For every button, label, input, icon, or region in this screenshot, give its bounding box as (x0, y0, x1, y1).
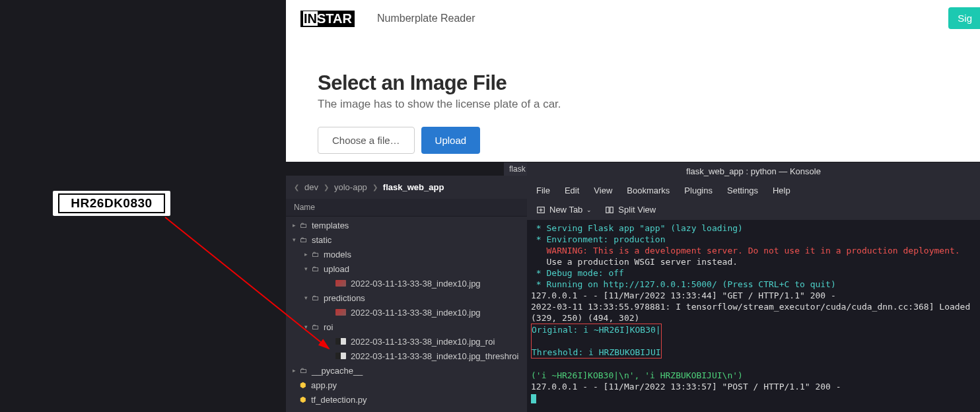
breadcrumb-seg[interactable]: dev (304, 182, 318, 192)
menu-item-file[interactable]: File (536, 186, 550, 195)
python-file-icon: ⬢ (300, 395, 306, 404)
chevron-right-icon: ❯ (372, 184, 378, 191)
folder-icon: 🗀 (300, 221, 307, 229)
tree-item-label: roi (324, 322, 333, 332)
term-line: 127.0.0.1 - - [11/Mar/2022 13:33:57] "PO… (531, 381, 976, 392)
term-line: * Environment: production (531, 234, 976, 245)
webapp-header: INSTAR Numberplate Reader Sig (286, 0, 980, 37)
konsole-toolbar: New Tab ⌄ Split View (527, 201, 980, 220)
folder-item[interactable]: ▾🗀roi (286, 320, 527, 334)
file-tree: ▸🗀templates▾🗀static▸🗀models▾🗀upload2022-… (286, 217, 527, 408)
split-view-icon (605, 205, 614, 215)
file-explorer: ❮ dev ❯ yolo-app ❯ flask_web_app Name ▸🗀… (286, 176, 527, 412)
tree-item-label: 2022-03-11-13-33-38_index10.jpg (351, 279, 481, 289)
page-title: Select an Image File (318, 71, 948, 95)
file-item[interactable]: 2022-03-11-13-33-38_index10.jpg (286, 305, 527, 320)
page-subtitle: The image has to show the license plate … (318, 98, 948, 111)
konsole-window: flask_web_app : python — Konsole FileEdi… (527, 162, 980, 412)
column-header-name[interactable]: Name (286, 199, 527, 217)
twist-icon[interactable]: ▾ (302, 294, 310, 301)
folder-item[interactable]: ▸🗀models (286, 247, 527, 261)
file-item[interactable]: 2022-03-11-13-33-38_index10.jpg_threshro… (286, 349, 527, 363)
term-line: * Debug mode: off (531, 267, 976, 279)
menu-item-bookmarks[interactable]: Bookmarks (627, 186, 670, 195)
menu-item-edit[interactable]: Edit (565, 186, 579, 195)
python-file-icon: ⬢ (300, 381, 306, 390)
konsole-title: flask_web_app : python — Konsole (527, 162, 980, 180)
folder-item[interactable]: ▾🗀upload (286, 261, 527, 276)
term-line: WARNING: This is a development server. D… (531, 245, 976, 256)
folder-icon: 🗀 (312, 265, 319, 273)
chevron-right-icon: ❯ (324, 184, 329, 191)
tree-item-label: templates (312, 221, 349, 230)
menu-item-view[interactable]: View (594, 186, 612, 195)
twist-icon[interactable]: ▾ (302, 265, 310, 272)
svg-rect-4 (610, 207, 613, 213)
app-title: Numberplate Reader (377, 13, 475, 24)
folder-item[interactable]: ▾🗀predictions (286, 291, 527, 305)
twist-icon[interactable]: ▾ (302, 324, 310, 330)
image-file-icon (335, 353, 346, 359)
folder-icon: 🗀 (312, 294, 319, 302)
menu-item-settings[interactable]: Settings (727, 186, 758, 195)
menu-item-plugins[interactable]: Plugins (684, 186, 713, 195)
breadcrumb-seg[interactable]: yolo-app (334, 182, 367, 192)
term-line: * Serving Flask app "app" (lazy loading) (531, 223, 976, 234)
term-line: Original: i ~HR26I]KOB30| (532, 324, 661, 335)
menu-item-help[interactable]: Help (773, 186, 790, 195)
tree-item-label: predictions (324, 293, 365, 303)
license-plate-image: HR26DK0830 (53, 191, 170, 216)
term-line: * Running on http://127.0.0.1:5000/ (Pre… (531, 279, 976, 290)
file-item[interactable]: ⬢tf_detection.py (286, 392, 527, 407)
logo: INSTAR (300, 11, 355, 27)
term-line (532, 335, 661, 347)
chevron-left-icon[interactable]: ❮ (294, 184, 299, 191)
choose-file-button[interactable]: Choose a file… (318, 127, 415, 154)
split-view-button[interactable]: Split View (605, 205, 656, 215)
folder-icon: 🗀 (312, 323, 319, 331)
term-line: ('i ~HR26I]KOB30|\n', 'i HRZBUKOBIJUI\n'… (531, 370, 976, 381)
new-tab-icon (536, 205, 545, 215)
image-file-icon (335, 338, 346, 345)
terminal-output[interactable]: * Serving Flask app "app" (lazy loading)… (527, 220, 980, 406)
konsole-menubar: FileEditViewBookmarksPluginsSettingsHelp (527, 180, 980, 201)
svg-rect-3 (606, 207, 609, 213)
tree-item-label: static (312, 235, 332, 245)
breadcrumb: ❮ dev ❯ yolo-app ❯ flask_web_app (286, 176, 527, 199)
twist-icon[interactable]: ▸ (290, 222, 298, 228)
term-line: 2022-03-11 13:33:55.978881: I tensorflow… (531, 301, 976, 312)
tree-item-label: upload (324, 264, 349, 274)
folder-icon: 🗀 (300, 236, 307, 244)
folder-item[interactable]: ▸🗀__pycache__ (286, 363, 527, 378)
tree-item-label: 2022-03-11-13-33-38_index10.jpg_threshro… (351, 351, 518, 361)
twist-icon[interactable]: ▾ (290, 236, 298, 243)
new-tab-button[interactable]: New Tab ⌄ (536, 205, 592, 215)
file-item[interactable]: ⬢app.py (286, 378, 527, 392)
term-line: Use a production WSGI server instead. (531, 256, 976, 267)
term-line: Threshold: i HRZBUKOBIJUI (532, 347, 661, 358)
folder-item[interactable]: ▾🗀static (286, 232, 527, 247)
tree-item-label: 2022-03-11-13-33-38_index10.jpg_roi (351, 337, 495, 347)
image-file-icon (335, 309, 346, 316)
signin-button[interactable]: Sig (948, 7, 980, 29)
file-item[interactable]: 2022-03-11-13-33-38_index10.jpg (286, 276, 527, 291)
license-plate-text: HR26DK0830 (58, 193, 165, 213)
chevron-down-icon: ⌄ (586, 207, 592, 213)
left-panel: HR26DK0830 (0, 0, 286, 412)
terminal-cursor (531, 394, 536, 403)
twist-icon[interactable]: ▸ (290, 367, 298, 374)
webapp-panel: INSTAR Numberplate Reader Sig Select an … (286, 0, 980, 162)
folder-icon: 🗀 (312, 250, 319, 258)
file-item[interactable]: 2022-03-11-13-33-38_index10.jpg_roi (286, 334, 527, 349)
term-line: 127.0.0.1 - - [11/Mar/2022 13:33:44] "GE… (531, 290, 976, 301)
tree-item-label: app.py (311, 380, 337, 390)
folder-icon: 🗀 (300, 366, 307, 374)
folder-item[interactable]: ▸🗀templates (286, 218, 527, 232)
tree-item-label: __pycache__ (312, 366, 363, 376)
twist-icon[interactable]: ▸ (302, 251, 310, 258)
upload-button[interactable]: Upload (421, 127, 481, 154)
highlighted-ocr-output: Original: i ~HR26I]KOB30| Threshold: i H… (531, 324, 662, 359)
term-line: (329, 250) (494, 302) (531, 312, 976, 324)
tree-item-label: tf_detection.py (311, 395, 367, 405)
breadcrumb-seg-active[interactable]: flask_web_app (383, 182, 444, 192)
